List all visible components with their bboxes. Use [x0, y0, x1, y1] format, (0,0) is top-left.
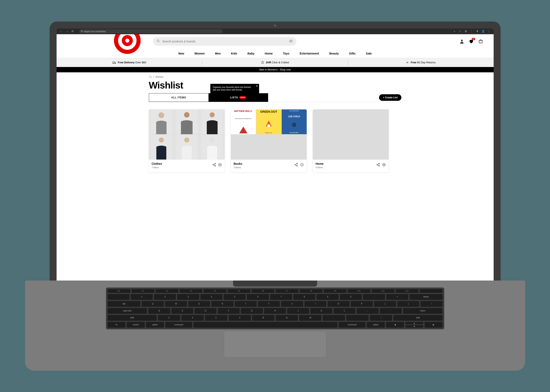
list-count: 5 items [316, 166, 324, 169]
key-space [194, 322, 338, 328]
svg-point-41 [377, 164, 378, 165]
empty-thumb [338, 109, 363, 134]
cart-icon[interactable] [478, 39, 483, 44]
key: ] [397, 301, 419, 307]
lists-tooltip: Organise your favourite items into theme… [210, 84, 259, 93]
wishlist-icon[interactable]: 10 [469, 39, 474, 44]
forward-button[interactable]: → [66, 30, 69, 33]
nav-beauty[interactable]: Beauty [329, 52, 339, 55]
home-icon[interactable] [149, 75, 152, 78]
list-card-home[interactable]: Home 5 items [313, 109, 389, 172]
key: shift [108, 315, 157, 321]
svg-line-25 [214, 165, 215, 166]
tab-all-items[interactable]: ALL ITEMS [149, 93, 208, 102]
svg-point-47 [384, 165, 384, 165]
address-bar[interactable]: ⚙ target.com.au/wishlist [79, 29, 223, 33]
key: C [205, 315, 227, 321]
svg-rect-8 [261, 62, 263, 63]
key: option [367, 322, 385, 328]
info-click-collect[interactable]: 2HR Click & Collect [202, 58, 348, 67]
svg-line-43 [378, 164, 379, 164]
nav-kids[interactable]: Kids [231, 52, 237, 55]
extensions-icon[interactable]: ⧉ [465, 30, 467, 33]
key: \ [420, 301, 442, 307]
svg-point-22 [213, 164, 214, 165]
download-icon[interactable]: ⬇ [476, 30, 479, 33]
product-thumb [174, 109, 199, 134]
page-content: 10 New Women Men Kids Baby Home Toys [56, 34, 494, 280]
key: 5 [224, 294, 246, 300]
key: I [304, 301, 326, 307]
create-list-button[interactable]: + Create List [379, 94, 401, 101]
svg-point-0 [157, 40, 159, 42]
menu-icon[interactable]: ⋮ [487, 30, 490, 33]
search-icon [157, 39, 160, 43]
svg-point-31 [267, 124, 270, 127]
remove-icon[interactable] [300, 163, 304, 168]
key: ◀ [386, 322, 404, 328]
key: 6 [247, 294, 269, 300]
nav-gifts[interactable]: Gifts [349, 52, 356, 55]
key: delete [409, 294, 443, 300]
svg-line-36 [296, 164, 297, 164]
empty-thumb [231, 135, 256, 160]
nav-home[interactable]: Home [265, 52, 273, 55]
svg-point-20 [210, 138, 214, 142]
key: J [287, 308, 309, 314]
key: ▶ [424, 322, 443, 328]
nav-new[interactable]: New [178, 52, 184, 55]
key: ` [108, 294, 130, 300]
nav-sale[interactable]: Sale [366, 52, 372, 55]
nav-entertainment[interactable]: Entertainment [300, 52, 319, 55]
key: X [181, 315, 204, 321]
profile-icon[interactable]: 👤 [482, 30, 485, 33]
laptop-mockup: ← → ⟳ ⚙ target.com.au/wishlist ⌁ ☆ ⧉ | ⬇… [49, 21, 501, 371]
share-icon[interactable] [376, 163, 380, 168]
account-icon[interactable] [459, 39, 465, 44]
tabs-row: Organise your favourite items into theme… [149, 93, 401, 102]
nav-women[interactable]: Women [194, 52, 204, 55]
back-button[interactable]: ← [60, 30, 63, 33]
promo-link[interactable]: Shop now [280, 68, 291, 71]
svg-point-12 [184, 112, 189, 117]
nav-men[interactable]: Men [215, 52, 221, 55]
share-icon[interactable] [294, 163, 298, 168]
key: E [188, 301, 210, 307]
info-free-delivery[interactable]: Free Delivery Over $60 [56, 58, 202, 67]
svg-point-4 [461, 40, 463, 41]
reload-button[interactable]: ⟳ [71, 30, 74, 33]
share-icon[interactable] [212, 163, 216, 168]
key [420, 289, 442, 293]
product-thumb [149, 135, 174, 160]
tooltip-close-button[interactable]: ✕ [256, 85, 258, 88]
key: / [370, 315, 392, 321]
key: , [323, 315, 345, 321]
tab-lists[interactable]: LISTS NEW [208, 93, 268, 102]
camera-icon[interactable] [289, 39, 293, 44]
key: 3 [177, 294, 199, 300]
key: T [235, 301, 257, 307]
product-thumb [149, 109, 174, 134]
svg-line-24 [214, 164, 215, 164]
site-settings-icon[interactable]: ⚙ [81, 30, 83, 33]
key: control [127, 322, 145, 328]
key: command [339, 322, 366, 328]
more-icon[interactable] [218, 163, 222, 168]
key: Y [258, 301, 280, 307]
key: F8 [300, 289, 323, 293]
key: 8 [293, 294, 315, 300]
nav-baby[interactable]: Baby [247, 52, 254, 55]
nav-toys[interactable]: Toys [283, 52, 289, 55]
svg-point-7 [115, 63, 115, 64]
bookmark-icon[interactable]: ☆ [459, 30, 462, 33]
search-input[interactable] [162, 40, 287, 43]
more-icon[interactable] [382, 163, 386, 168]
key: F10 [348, 289, 370, 293]
list-card-clothes[interactable]: Clothes 7 items [149, 109, 225, 172]
info-returns[interactable]: Free 60 Day Returns [348, 58, 494, 67]
key-icon[interactable]: ⌁ [453, 30, 456, 33]
search-bar[interactable] [153, 37, 296, 46]
svg-point-32 [292, 123, 296, 127]
list-card-books[interactable]: MATTHEW REILLY MR EINSTEIN'S SECRETARY G… [231, 109, 307, 172]
key: A [148, 308, 170, 314]
